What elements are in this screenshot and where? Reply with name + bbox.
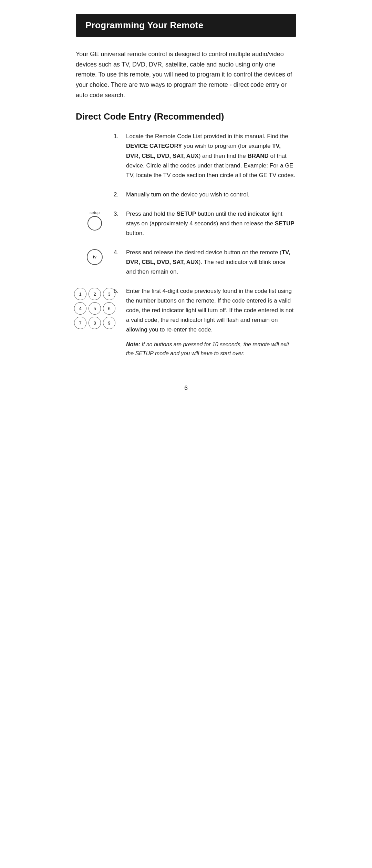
numpad-key-1: 1: [74, 288, 86, 300]
step-3-number: 3.: [114, 209, 123, 219]
page-container: Programming Your Remote Your GE universa…: [69, 0, 303, 412]
setup-circle-button: [87, 216, 102, 231]
setup-button-illustration: setup: [87, 211, 102, 231]
step-1-text: Locate the Remote Code List provided in …: [126, 132, 296, 180]
step-4-number: 4.: [114, 248, 123, 257]
page-title: Programming Your Remote: [85, 20, 287, 31]
page-number: 6: [76, 385, 296, 392]
note-text: If no buttons are pressed for 10 seconds…: [126, 341, 289, 356]
step-1-bold-1: DEVICE CATEGORY: [126, 143, 182, 149]
step-2-icon-area: [76, 190, 114, 191]
step-1-content: 1. Locate the Remote Code List provided …: [114, 132, 296, 180]
step-1: 1. Locate the Remote Code List provided …: [76, 132, 296, 180]
intro-paragraph: Your GE universal remote control is desi…: [76, 49, 296, 100]
note-label: Note:: [126, 341, 140, 347]
step-4-content: 4. Press and release the desired device …: [114, 248, 296, 277]
step-3-text: Press and hold the SETUP button until th…: [126, 209, 296, 238]
step-3-content: 3. Press and hold the SETUP button until…: [114, 209, 296, 238]
step-4-icon-area: tv: [76, 248, 114, 265]
step-5-number: 5.: [114, 286, 123, 296]
section-title: Direct Code Entry (Recommended): [76, 111, 296, 122]
step-2: 2. Manually turn on the device you wish …: [76, 190, 296, 200]
step-1-bold-3: BRAND: [247, 153, 268, 159]
step-5-icon-area: 1 2 3 4 5 6 7 8 9: [76, 286, 114, 329]
numpad-key-5: 5: [89, 302, 101, 315]
step-5-content: 5. Enter the first 4-digit code previous…: [114, 286, 296, 358]
step-2-content: 2. Manually turn on the device you wish …: [114, 190, 296, 200]
step-5: 1 2 3 4 5 6 7 8 9 5. Enter the first 4-d…: [76, 286, 296, 358]
steps-list: 1. Locate the Remote Code List provided …: [76, 132, 296, 367]
step-2-number: 2.: [114, 190, 123, 200]
numpad-key-7: 7: [74, 317, 86, 329]
step-3-bold-2: SETUP: [275, 220, 294, 227]
numpad-key-4: 4: [74, 302, 86, 315]
header-bar: Programming Your Remote: [76, 14, 296, 37]
step-4-bold-1: TV, DVR, CBL, DVD, SAT, AUX: [126, 249, 290, 265]
step-2-text: Manually turn on the device you wish to …: [126, 190, 296, 200]
step-5-text: Enter the first 4-digit code previously …: [126, 286, 296, 358]
numpad-key-2: 2: [89, 288, 101, 300]
step-5-note: Note: If no buttons are pressed for 10 s…: [126, 340, 296, 358]
numpad-illustration: 1 2 3 4 5 6 7 8 9: [74, 288, 115, 329]
step-1-icon-area: [76, 132, 114, 133]
step-4-text: Press and release the desired device but…: [126, 248, 296, 277]
setup-label-text: setup: [90, 211, 100, 215]
step-1-number: 1.: [114, 132, 123, 141]
step-3-bold-1: SETUP: [176, 211, 196, 217]
tv-button-illustration: tv: [87, 249, 103, 265]
step-4: tv 4. Press and release the desired devi…: [76, 248, 296, 277]
numpad-key-8: 8: [89, 317, 101, 329]
step-3-icon-area: setup: [76, 209, 114, 231]
step-3: setup 3. Press and hold the SETUP button…: [76, 209, 296, 238]
tv-label-text: tv: [93, 254, 96, 259]
